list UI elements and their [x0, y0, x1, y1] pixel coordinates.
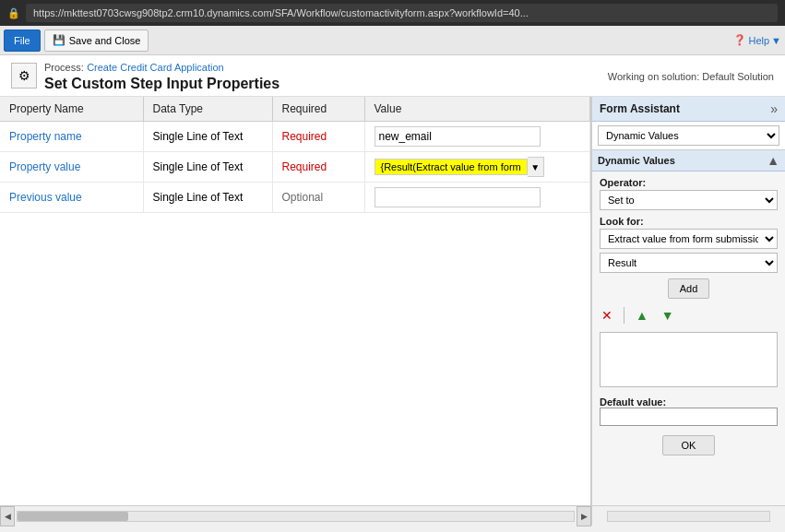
operator-dropdown[interactable]: Set to	[600, 190, 778, 210]
main-scrollbar: ◀ ▶	[0, 505, 591, 526]
scroll-thumb	[18, 512, 128, 521]
toolbar: File 💾 Save and Close ❓ Help ▼	[0, 26, 785, 55]
row3-property-name: Previous value	[0, 183, 143, 213]
row3-value-input[interactable]	[375, 187, 541, 207]
icon-divider	[624, 307, 624, 324]
dynamic-pill[interactable]: {Result(Extract value from form	[375, 159, 528, 175]
expand-icon[interactable]: »	[770, 101, 778, 116]
form-assistant-header: Form Assistant »	[592, 97, 785, 122]
operator-section: Operator: Set to	[600, 177, 778, 210]
move-down-button[interactable]: ▼	[660, 306, 676, 325]
solution-text: Working on solution: Default Solution	[608, 71, 774, 82]
default-value-section: Default value:	[600, 393, 778, 426]
help-icon: ❓	[733, 34, 746, 46]
page-icon: ⚙	[11, 63, 37, 89]
col-value: Value	[364, 97, 590, 122]
row2-property-name: Property value	[0, 152, 143, 183]
table-row: Property name Single Line of Text Requir…	[0, 122, 590, 152]
dynamic-value-container: {Result(Extract value from form ▼	[375, 157, 581, 177]
result-dropdown[interactable]: Result	[600, 253, 778, 273]
dynamic-values-label: Dynamic Values	[598, 155, 675, 166]
row3-data-type: Single Line of Text	[143, 183, 272, 213]
fa-scroll-track[interactable]	[607, 511, 770, 522]
save-close-label: Save and Close	[69, 35, 141, 46]
help-button[interactable]: ❓ Help ▼	[733, 34, 781, 46]
default-value-input[interactable]	[600, 408, 778, 426]
row1-property-name: Property name	[0, 122, 143, 152]
browser-bar: 🔒 https://mkttest0703cwsg908tp2.crm10.dy…	[0, 0, 785, 26]
process-link[interactable]: Create Credit Card Application	[87, 62, 224, 73]
row1-value-input[interactable]	[375, 126, 541, 147]
main-content: Property Name Data Type Required Value P…	[0, 97, 785, 505]
url-text: https://mkttest0703cwsg908tp2.crm10.dyna…	[33, 7, 529, 18]
properties-table: Property Name Data Type Required Value P…	[0, 97, 590, 213]
page-header-left: ⚙ Process: Create Credit Card Applicatio…	[11, 61, 280, 92]
col-required: Required	[272, 97, 364, 122]
scroll-left-button[interactable]: ◀	[0, 506, 15, 526]
look-for-section: Look for: Extract value from form submis…	[600, 216, 778, 273]
url-bar[interactable]: https://mkttest0703cwsg908tp2.crm10.dyna…	[26, 4, 778, 22]
page-title: Set Custom Step Input Properties	[44, 76, 280, 92]
save-icon: 💾	[53, 34, 65, 46]
look-for-label: Look for:	[600, 216, 778, 227]
move-up-button[interactable]: ▲	[634, 306, 650, 325]
save-close-button[interactable]: 💾 Save and Close	[44, 30, 149, 52]
form-assistant-title: Form Assistant	[600, 102, 680, 115]
table-row: Property value Single Line of Text Requi…	[0, 152, 590, 183]
look-for-dropdown[interactable]: Extract value from form submission	[600, 229, 778, 249]
fa-scrollbar	[591, 505, 785, 526]
table-area: Property Name Data Type Required Value P…	[0, 97, 591, 505]
form-assistant-panel: Form Assistant » Dynamic Values Static V…	[591, 97, 785, 505]
help-label: Help	[748, 35, 769, 46]
row2-required: Required	[272, 152, 364, 183]
scroll-track[interactable]	[17, 511, 575, 522]
dynamic-edit-button[interactable]: ▼	[528, 157, 544, 177]
operator-label: Operator:	[600, 177, 778, 188]
file-button[interactable]: File	[4, 30, 41, 52]
fa-icons-row: ✕ ▲ ▼	[600, 304, 778, 326]
help-dropdown-icon: ▼	[771, 35, 781, 46]
table-row: Previous value Single Line of Text Optio…	[0, 183, 590, 213]
process-prefix: Process:	[44, 62, 84, 73]
row2-data-type: Single Line of Text	[143, 152, 272, 183]
fa-top-dropdown-row: Dynamic Values Static Values	[592, 122, 785, 150]
fa-body: Operator: Set to Look for: Extract value…	[592, 171, 785, 505]
lock-icon: 🔒	[7, 7, 20, 19]
col-data-type: Data Type	[143, 97, 272, 122]
row3-value-cell	[364, 183, 590, 213]
fa-text-area[interactable]	[600, 332, 778, 387]
row3-required: Optional	[272, 183, 364, 213]
col-property-name: Property Name	[0, 97, 143, 122]
row1-value-cell	[364, 122, 590, 152]
row1-data-type: Single Line of Text	[143, 122, 272, 152]
add-button[interactable]: Add	[668, 278, 710, 299]
fa-top-dropdown[interactable]: Dynamic Values Static Values	[598, 125, 779, 146]
row1-required: Required	[272, 122, 364, 152]
delete-button[interactable]: ✕	[600, 306, 614, 325]
scroll-right-button[interactable]: ▶	[577, 506, 591, 526]
bottom-scrollbar-container: ◀ ▶	[0, 505, 785, 526]
dynamic-values-section-header: Dynamic Values ▲	[592, 150, 785, 171]
ok-button[interactable]: OK	[662, 435, 716, 455]
default-value-label: Default value:	[600, 396, 778, 408]
row2-value-cell: {Result(Extract value from form ▼	[364, 152, 590, 183]
collapse-icon[interactable]: ▲	[767, 153, 779, 168]
page-header: ⚙ Process: Create Credit Card Applicatio…	[0, 55, 785, 97]
